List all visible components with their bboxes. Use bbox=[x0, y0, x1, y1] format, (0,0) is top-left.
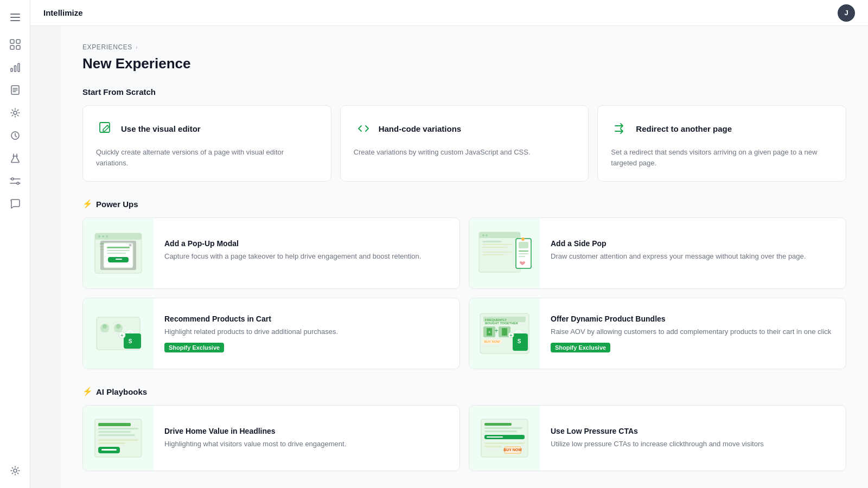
svg-rect-27 bbox=[95, 233, 142, 240]
svg-rect-107 bbox=[484, 446, 502, 447]
dynamic-bundles-image: FREQUENTLY BOUGHT TOGETHER + + S bbox=[469, 298, 540, 369]
dynamic-bundles-card[interactable]: FREQUENTLY BOUGHT TOGETHER + + S bbox=[469, 298, 846, 369]
svg-point-65 bbox=[116, 324, 120, 329]
svg-point-14 bbox=[14, 111, 17, 114]
svg-rect-66 bbox=[124, 333, 141, 349]
redirect-header: Redirect to another page bbox=[611, 119, 833, 138]
svg-text:+: + bbox=[509, 332, 513, 338]
svg-rect-58 bbox=[519, 256, 525, 257]
svg-rect-46 bbox=[479, 232, 520, 238]
hamburger-menu[interactable] bbox=[4, 7, 26, 28]
powerups-title-text: Power Ups bbox=[96, 200, 138, 209]
side-pop-desc: Draw customer attention and express your… bbox=[551, 251, 835, 262]
svg-rect-90 bbox=[98, 428, 138, 429]
svg-rect-79 bbox=[502, 328, 507, 336]
user-avatar[interactable]: J bbox=[838, 4, 855, 22]
sidebar-item-history[interactable] bbox=[4, 125, 26, 146]
svg-rect-7 bbox=[11, 68, 12, 72]
drive-home-value-content: Drive Home Value in Headlines Highlighti… bbox=[154, 416, 459, 460]
popup-modal-card[interactable]: Add a Pop-Up Modal Capture focus with a … bbox=[82, 217, 460, 289]
drive-home-value-card[interactable]: Drive Home Value in Headlines Highlighti… bbox=[82, 405, 460, 471]
side-pop-title: Add a Side Pop bbox=[551, 239, 835, 248]
svg-rect-103 bbox=[487, 436, 503, 438]
code-icon bbox=[354, 119, 373, 138]
svg-rect-35 bbox=[104, 243, 133, 268]
drive-home-value-desc: Highlighting what visitors value most to… bbox=[164, 439, 449, 450]
svg-rect-5 bbox=[10, 46, 14, 49]
svg-rect-52 bbox=[482, 252, 512, 253]
recommend-products-image: S + bbox=[83, 298, 154, 369]
hand-code-card[interactable]: Hand-code variations Create variations b… bbox=[340, 105, 589, 182]
popup-modal-image bbox=[83, 218, 154, 288]
redirect-title: Redirect to another page bbox=[636, 124, 732, 133]
svg-rect-51 bbox=[482, 247, 507, 248]
svg-rect-8 bbox=[14, 66, 16, 72]
sidebar-item-analytics[interactable] bbox=[4, 56, 26, 78]
topbar: Intellimize J bbox=[30, 0, 868, 26]
visual-editor-title: Use the visual editor bbox=[121, 124, 201, 133]
svg-point-29 bbox=[102, 235, 104, 237]
svg-text:+: + bbox=[120, 332, 124, 338]
svg-text:S: S bbox=[518, 338, 521, 344]
pencil-square-icon bbox=[96, 119, 116, 138]
svg-point-48 bbox=[486, 234, 488, 236]
svg-point-28 bbox=[98, 235, 100, 237]
svg-rect-93 bbox=[98, 439, 138, 441]
dynamic-bundles-content: Offer Dynamic Product Bundles Raise AOV … bbox=[540, 304, 846, 364]
scratch-cards-grid: Use the visual editor Quickly create alt… bbox=[82, 105, 846, 182]
svg-rect-94 bbox=[98, 442, 125, 444]
visual-editor-card[interactable]: Use the visual editor Quickly create alt… bbox=[82, 105, 331, 182]
svg-rect-92 bbox=[98, 434, 135, 436]
sidebar-item-messages[interactable] bbox=[4, 193, 26, 215]
low-pressure-ctas-image: BUY NOW bbox=[469, 406, 540, 471]
powerup-cards-grid: Add a Pop-Up Modal Capture focus with a … bbox=[82, 217, 846, 369]
svg-rect-37 bbox=[107, 250, 130, 251]
svg-rect-38 bbox=[107, 253, 126, 254]
svg-text:BUY NOW: BUY NOW bbox=[484, 340, 500, 343]
sidebar-item-settings-main[interactable] bbox=[4, 102, 26, 124]
svg-rect-49 bbox=[482, 241, 501, 242]
redirect-card[interactable]: Redirect to another page Set a redirect … bbox=[597, 105, 846, 182]
recommend-products-desc: Highlight related products to drive addi… bbox=[164, 326, 449, 337]
svg-rect-91 bbox=[98, 431, 131, 433]
svg-rect-0 bbox=[10, 14, 20, 15]
low-pressure-ctas-content: Use Low Pressure CTAs Utilize low pressu… bbox=[540, 416, 846, 460]
svg-rect-9 bbox=[18, 63, 20, 72]
recommend-products-content: Recommend Products in Cart Highlight rel… bbox=[154, 304, 459, 364]
visual-editor-header: Use the visual editor bbox=[96, 119, 318, 138]
svg-rect-2 bbox=[10, 20, 20, 21]
side-pop-card[interactable]: Add a Side Pop Draw customer attention a… bbox=[469, 217, 846, 289]
svg-rect-53 bbox=[482, 254, 504, 255]
low-pressure-ctas-title: Use Low Pressure CTAs bbox=[551, 427, 835, 435]
svg-rect-96 bbox=[101, 449, 117, 451]
low-pressure-ctas-card[interactable]: BUY NOW Use Low Pressure CTAs Utilize lo… bbox=[469, 405, 846, 471]
svg-rect-100 bbox=[484, 427, 522, 429]
svg-text:S: S bbox=[129, 338, 132, 344]
sidebar-item-dashboard[interactable] bbox=[4, 34, 26, 55]
visual-editor-desc: Quickly create alternate versions of a p… bbox=[96, 147, 318, 168]
svg-rect-40 bbox=[116, 259, 122, 260]
svg-rect-57 bbox=[519, 253, 528, 254]
recommend-products-card[interactable]: S + Recommend Products in Cart Highlight… bbox=[82, 298, 460, 369]
side-pop-image bbox=[469, 218, 540, 288]
page-title: New Experience bbox=[82, 55, 846, 72]
dynamic-bundles-title: Offer Dynamic Product Bundles bbox=[551, 314, 835, 323]
breadcrumb-parent[interactable]: EXPERIENCES bbox=[82, 43, 132, 51]
recommend-products-title: Recommend Products in Cart bbox=[164, 314, 449, 323]
shuffle-icon bbox=[611, 119, 630, 138]
ai-title-text: AI Playbooks bbox=[96, 387, 147, 396]
playbook-cards-grid: Drive Home Value in Headlines Highlighti… bbox=[82, 405, 846, 471]
main-content: EXPERIENCES › New Experience Start From … bbox=[61, 26, 868, 488]
svg-rect-99 bbox=[484, 423, 512, 426]
hand-code-desc: Create variations by writing custom Java… bbox=[354, 147, 576, 158]
svg-rect-106 bbox=[484, 442, 525, 444]
redirect-desc: Set a redirect that sends visitors arriv… bbox=[611, 147, 833, 168]
sidebar bbox=[0, 0, 30, 488]
svg-rect-50 bbox=[482, 244, 512, 245]
svg-rect-101 bbox=[484, 431, 517, 432]
sidebar-item-reports[interactable] bbox=[4, 79, 26, 101]
sidebar-item-gear[interactable] bbox=[4, 460, 26, 481]
sidebar-item-filters[interactable] bbox=[4, 170, 26, 192]
svg-text:+: + bbox=[494, 327, 498, 335]
sidebar-item-experiments[interactable] bbox=[4, 147, 26, 169]
